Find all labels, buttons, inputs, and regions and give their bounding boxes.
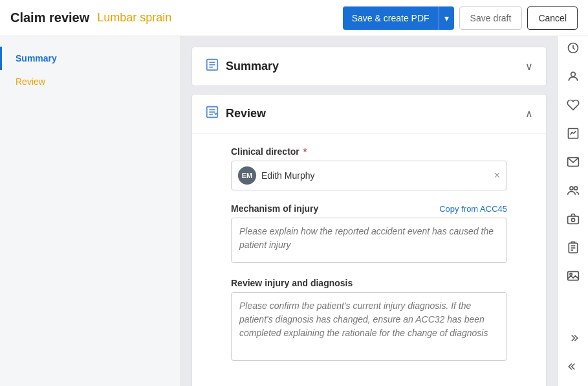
clock-icon[interactable]	[560, 35, 586, 61]
claim-subtitle: Lumbar sprain	[97, 11, 171, 25]
clinical-director-label: Clinical director *	[231, 146, 507, 157]
sidebar-item-review[interactable]: Review	[0, 70, 180, 93]
svg-rect-18	[567, 216, 578, 224]
copy-from-acc45-link[interactable]: Copy from ACC45	[439, 204, 507, 214]
sidebar: Summary Review	[0, 36, 181, 386]
header-actions: Save & create PDF ▾ Save draft Cancel	[343, 6, 578, 30]
svg-rect-24	[567, 271, 578, 280]
svg-point-19	[571, 218, 574, 221]
required-indicator: *	[301, 146, 307, 157]
review-injury-group: Review injury and diagnosis	[231, 278, 507, 363]
header: Claim review Lumbar sprain Save & create…	[0, 0, 588, 36]
save-create-pdf-button[interactable]: Save & create PDF ▾	[343, 6, 454, 30]
review-injury-textarea[interactable]	[231, 292, 507, 361]
clinical-director-label-text: Clinical director *	[231, 146, 307, 157]
chevron-left-icon[interactable]	[560, 354, 586, 380]
summary-chevron: ∨	[525, 60, 533, 73]
summary-section-title: Summary	[205, 58, 279, 75]
svg-point-25	[570, 273, 572, 275]
review-form-body: Clinical director * EM Edith Murphy × M	[192, 133, 546, 386]
save-pdf-label: Save & create PDF	[343, 6, 439, 30]
svg-point-13	[571, 72, 575, 76]
chevron-right-icon[interactable]	[560, 325, 586, 351]
save-pdf-dropdown-arrow[interactable]: ▾	[439, 6, 454, 30]
review-chevron: ∧	[525, 108, 533, 120]
mechanism-of-injury-label: Mechanism of injury Copy from ACC45	[231, 203, 507, 214]
icon-bar	[557, 0, 588, 386]
cancel-button[interactable]: Cancel	[527, 6, 578, 30]
review-injury-label: Review injury and diagnosis	[231, 278, 507, 288]
sidebar-review-label: Review	[16, 76, 45, 87]
page-title: Claim review	[10, 10, 89, 25]
mechanism-of-injury-group: Mechanism of injury Copy from ACC45	[231, 203, 507, 265]
mail-icon[interactable]	[560, 149, 586, 175]
svg-point-16	[570, 187, 573, 190]
review-section-title: Review	[205, 105, 266, 122]
save-draft-button[interactable]: Save draft	[459, 6, 523, 30]
clipboard-icon[interactable]	[560, 234, 586, 260]
review-section: Review ∧ Clinical director * EM	[191, 94, 547, 386]
review-section-icon	[205, 105, 219, 122]
summary-section-icon	[205, 58, 219, 75]
heart-icon[interactable]	[560, 92, 586, 118]
camera-icon[interactable]	[560, 206, 586, 232]
director-avatar: EM	[238, 166, 256, 185]
main-layout: Summary Review Summary	[0, 0, 588, 386]
review-title-label: Review	[226, 107, 266, 120]
svg-point-17	[574, 187, 577, 190]
clinical-director-input[interactable]: EM Edith Murphy ×	[231, 161, 507, 190]
image-icon[interactable]	[560, 263, 586, 289]
summary-section-header[interactable]: Summary ∨	[192, 47, 546, 85]
mechanism-of-injury-textarea[interactable]	[231, 218, 507, 263]
director-name: Edith Murphy	[261, 170, 489, 181]
group-icon[interactable]	[560, 177, 586, 203]
summary-section: Summary ∨	[191, 47, 547, 86]
summary-title-label: Summary	[226, 60, 279, 73]
review-section-header[interactable]: Review ∧	[192, 95, 546, 133]
director-clear-icon[interactable]: ×	[494, 170, 500, 181]
chart-icon[interactable]	[560, 120, 586, 146]
sidebar-summary-label: Summary	[16, 53, 57, 63]
person-icon[interactable]	[560, 63, 586, 89]
sidebar-item-summary[interactable]: Summary	[0, 47, 180, 70]
content-area: Summary ∨ R	[181, 36, 557, 386]
clinical-director-group: Clinical director * EM Edith Murphy ×	[231, 146, 507, 190]
